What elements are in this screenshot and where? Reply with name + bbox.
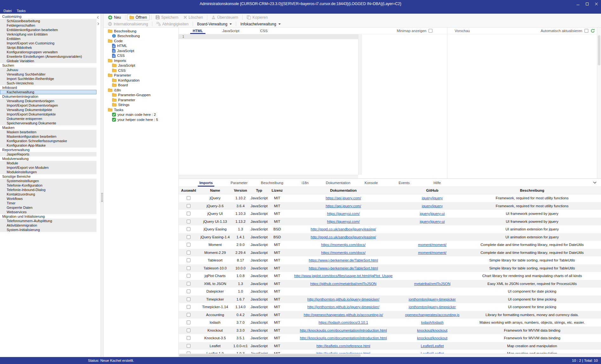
sidebar-item-verwaltung-dokumentobjekte[interactable]: Verwaltung Dokumentobjekte: [0, 108, 97, 112]
column-header-dokumentation[interactable]: Dokumentation: [285, 187, 401, 194]
l-schen-button[interactable]: Löschen: [181, 14, 205, 20]
sidebar-item-kachelverwaltung[interactable]: Kachelverwaltung: [0, 90, 97, 94]
minimize-button[interactable]: [573, 0, 583, 8]
github-link[interactable]: jonthornton/jquery-timepicker: [409, 297, 456, 301]
tree-node-css[interactable]: CSS: [104, 53, 178, 58]
row-checkbox[interactable]: [187, 289, 190, 293]
documentation-link[interactable]: http://jonthornton.github.io/jquery-time…: [307, 297, 379, 301]
row-checkbox[interactable]: [187, 305, 190, 309]
row-checkbox[interactable]: [187, 313, 190, 317]
documentation-link[interactable]: https://momentjs.com/docs/: [321, 251, 366, 255]
tree-node-code[interactable]: Code: [104, 38, 178, 43]
table-row[interactable]: Knockout-3.53.5.1JavaScriptMIThttp://kno…: [179, 334, 601, 342]
tree-node-tasks[interactable]: Tasks: [104, 107, 178, 112]
row-checkbox[interactable]: [187, 336, 190, 340]
sidebar-item-import-export-dokumentobjekte[interactable]: Import/Export Dokumentobjekte: [0, 112, 97, 116]
preview-scrollbar-thumb[interactable]: [598, 35, 600, 65]
tree-node-your-helper-code-here-5[interactable]: your helper code here : 5: [104, 117, 178, 122]
row-checkbox[interactable]: [187, 282, 190, 286]
abh-ngigkeiten-button[interactable]: Abhängigkeiten: [154, 21, 191, 27]
documentation-link[interactable]: http://leafletjs.com/reference.html: [317, 344, 370, 348]
internationalisierung-button[interactable]: Internationalisierung: [105, 21, 150, 27]
table-row[interactable]: Moment-2.292.29.4JavaScriptMIThttps://mo…: [179, 249, 601, 257]
sidebar-item-telefonnummern-aufsplittung[interactable]: Telefonnummern-Aufsplittung: [0, 219, 97, 223]
sidebar-item-telefonie-konfiguration[interactable]: Telefonie-Konfiguration: [0, 183, 97, 188]
maximize-button[interactable]: [583, 0, 592, 8]
tree-node-parameter[interactable]: Parameter: [104, 73, 178, 78]
row-checkbox[interactable]: [187, 297, 190, 301]
row-checkbox[interactable]: [187, 251, 190, 255]
documentation-link[interactable]: https://www.j-berkemeier.de/TableSort.ht…: [309, 258, 378, 262]
tree-node-imports[interactable]: Imports: [104, 58, 178, 63]
documentation-link[interactable]: https://api.jquery.com/: [326, 196, 361, 200]
sidebar-item-verwaltung-dokumentvorlagen[interactable]: Verwaltung Dokumentvorlagen: [0, 99, 97, 103]
github-link[interactable]: moment/moment/: [418, 243, 446, 247]
tree-node-i18n[interactable]: i18n: [104, 88, 178, 93]
sidebar-item-systemeinstellungen[interactable]: Systemeinstellungen: [0, 179, 97, 183]
sidebar-item-kontaktzuordnung[interactable]: Kontaktzuordnung: [0, 192, 97, 196]
sidebar-section-infoboard[interactable]: Infoboard: [0, 85, 101, 90]
panel-tab-hilfe[interactable]: Hilfe: [421, 179, 454, 187]
table-row[interactable]: jQuery UI1.10.3JavaScriptMIThttps://jque…: [179, 210, 601, 218]
panel-tab-dokumentation[interactable]: Dokumentation: [322, 179, 355, 187]
sidebar-item-import-suchfelder-reihenfolge[interactable]: Import Suchfelder-Reihenfolge: [0, 76, 97, 81]
github-link[interactable]: Leaflet/Leaflet: [421, 344, 444, 348]
minimap-checkbox[interactable]: [429, 29, 432, 33]
row-checkbox[interactable]: [187, 204, 190, 208]
row-checkbox[interactable]: [187, 328, 190, 332]
column-header-github[interactable]: GitHub: [401, 187, 463, 194]
panel-tab-imports[interactable]: Imports: [190, 179, 223, 187]
sidebar-item-jasperreports[interactable]: JasperReports: [0, 152, 97, 156]
table-horizontal-scrollbar[interactable]: [179, 354, 601, 357]
sidebar-item-module[interactable]: Module: [0, 161, 97, 165]
sidebar-item-timer[interactable]: Timer: [0, 201, 97, 205]
table-row[interactable]: Moment2.9.0JavaScriptMIThttps://momentjs…: [179, 241, 601, 249]
sidebar-item-juhuuu[interactable]: Juhuuu: [0, 68, 97, 72]
sidebar-item-import-export-von-customizing[interactable]: Import/Export von Customizing: [0, 41, 97, 45]
sidebar-item-feldeigenschaften[interactable]: Feldeigenschaften: [0, 23, 97, 28]
table-row[interactable]: Leaflet1.0.0-rc1JavaScriptMIThttp://leaf…: [179, 342, 601, 350]
documentation-link[interactable]: http://knockoutjs.com/documentation/intr…: [300, 336, 387, 340]
github-link[interactable]: lodash/lodash: [421, 321, 444, 324]
github-link[interactable]: openexchangerates/accounting.js: [405, 313, 459, 317]
table-row[interactable]: Tablesort-10.010.0.0JavaScriptMIThttps:/…: [179, 264, 601, 272]
panel-tab-i18n[interactable]: i18n: [289, 179, 322, 187]
sidebar-item-telefonie-inbound-dialog[interactable]: Telefonie-Inbound-Dialog: [0, 188, 97, 192]
board-verwaltung-button[interactable]: Board-Verwaltung: [195, 21, 234, 27]
chevron-down-icon[interactable]: [593, 182, 597, 184]
sidebar-item-speicherverwaltung-dokumente[interactable]: Speicherverwaltung Dokumente: [0, 121, 97, 125]
column-header-lizenz[interactable]: Lizenz: [269, 187, 285, 194]
table-row[interactable]: Accounting0.4.2JavaScriptMIThttp://opene…: [179, 311, 601, 319]
row-checkbox[interactable]: [187, 243, 190, 247]
table-row[interactable]: jQuery Easing1.3JavaScriptBSDhttp://gsgd…: [179, 225, 601, 233]
sidebar-item-aktivit-tenmigration[interactable]: Aktivitätenmigration: [0, 223, 97, 228]
tree-node-beschreibung[interactable]: Beschreibung: [104, 34, 178, 39]
tree-node-parameter[interactable]: Parameter: [104, 97, 178, 103]
panel-tab-parameter[interactable]: Parameter: [223, 179, 256, 187]
github-link[interactable]: knockout/knockout: [417, 336, 447, 340]
column-header-beschreibung[interactable]: Beschreibung: [463, 187, 601, 194]
chevron-left-icon[interactable]: [97, 16, 100, 19]
row-checkbox[interactable]: [187, 344, 190, 348]
sidebar-item-konfiguration-schnellerfassungsmaske[interactable]: Konfiguration Schnellerfassungsmaske: [0, 139, 97, 143]
table-row[interactable]: Knockout3.3.0JavaScriptMIThttp://knockou…: [179, 327, 601, 334]
refresh-icon[interactable]: [591, 29, 595, 33]
github-link[interactable]: moment/moment/: [418, 251, 446, 255]
row-checkbox[interactable]: [187, 266, 190, 270]
panel-tab-konsole[interactable]: Konsole: [355, 179, 388, 187]
tree-node-beschreibung[interactable]: Beschreibung: [104, 29, 178, 34]
documentation-link[interactable]: http://gsgd.co.uk/sandbox/jquery/easing/: [311, 235, 376, 239]
sidebar-item-workflows[interactable]: Workflows: [0, 196, 97, 201]
sidebar-item-import-export-dokumentvorlagen[interactable]: Import/Export Dokumentvorlagen: [0, 103, 97, 108]
table-scrollbar-thumb[interactable]: [179, 354, 361, 357]
sidebar-item-moduleinstellungen[interactable]: Moduleinstellungen: [0, 170, 97, 174]
tree-node-parameter-gruppen[interactable]: Parameter-Gruppen: [104, 93, 178, 98]
table-row[interactable]: lodash3.7.0JavaScriptMIThttps://lodash.c…: [179, 319, 601, 327]
column-header-auswahl[interactable]: Auswahl: [179, 187, 198, 194]
table-row[interactable]: jqPlot Charts1.0.8JavaScriptMIThttp://ww…: [179, 272, 601, 280]
tree-node-html[interactable]: HTML: [104, 43, 178, 49]
row-checkbox[interactable]: [187, 274, 190, 278]
table-row[interactable]: Datepicker1.0JavaScriptMITUI component f…: [179, 288, 601, 295]
neu-button[interactable]: Neu: [105, 14, 124, 20]
row-checkbox[interactable]: [187, 196, 190, 200]
